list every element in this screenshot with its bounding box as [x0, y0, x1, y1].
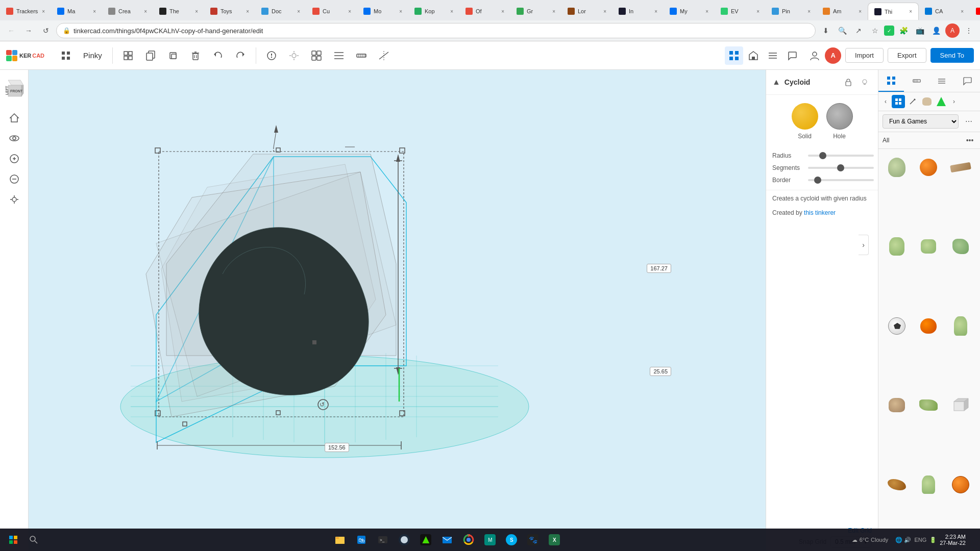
- app-menu-button[interactable]: [57, 46, 75, 65]
- tab-1[interactable]: Trackers ×: [0, 3, 51, 20]
- shapes-ruler-tab[interactable]: [904, 70, 929, 92]
- tab-close-10[interactable]: ×: [501, 9, 504, 14]
- collapse-button[interactable]: ▲: [772, 78, 780, 87]
- address-bar[interactable]: 🔒 tinkercad.com/things/0f4pwCKALhV-copy-…: [56, 23, 816, 38]
- duplicate-button[interactable]: [164, 46, 182, 65]
- taskbar-meet[interactable]: M: [481, 531, 499, 549]
- align-button[interactable]: [330, 46, 348, 65]
- shape-skull[interactable]: [883, 153, 911, 182]
- tab-close-17[interactable]: ×: [859, 9, 862, 14]
- tab-13[interactable]: In ×: [612, 3, 664, 20]
- tab-15[interactable]: EV ×: [715, 3, 766, 20]
- tab-8[interactable]: Mo ×: [357, 3, 408, 20]
- tab-close-13[interactable]: ×: [654, 9, 657, 14]
- taskbar-steam[interactable]: [395, 531, 413, 549]
- fit-view-button[interactable]: [5, 190, 23, 209]
- tab-7[interactable]: Cu ×: [306, 3, 357, 20]
- tab-yt[interactable]: (60) ×: [970, 3, 980, 20]
- shape-pretzel-item[interactable]: [883, 470, 911, 499]
- ruler-button[interactable]: [352, 46, 371, 65]
- canvas-area[interactable]: ↺: [29, 70, 766, 551]
- shape-pumpkin-item[interactable]: [914, 312, 943, 340]
- shape-plank-item[interactable]: [946, 153, 975, 182]
- shape-figurine[interactable]: [946, 312, 975, 340]
- shape-gnome-item[interactable]: [914, 470, 943, 499]
- tab-close-1[interactable]: ×: [42, 9, 45, 14]
- tab-14[interactable]: My ×: [664, 3, 715, 20]
- tab-6[interactable]: Doc ×: [255, 3, 306, 20]
- tab-close-14[interactable]: ×: [705, 9, 708, 14]
- tab-5[interactable]: Toys ×: [204, 3, 255, 20]
- shapes-list-tab[interactable]: [929, 70, 955, 92]
- tab-close-8[interactable]: ×: [399, 9, 402, 14]
- shapes-nav-all[interactable]: [892, 95, 905, 108]
- inspect-button[interactable]: [262, 46, 281, 65]
- shapes-more-button[interactable]: ⋯: [962, 114, 976, 129]
- tab-9[interactable]: Kop ×: [408, 3, 459, 20]
- share-button[interactable]: ↗: [851, 23, 866, 38]
- extension-btn-1[interactable]: ✓: [884, 26, 894, 36]
- shapes-nav-bear[interactable]: [920, 95, 934, 108]
- tab-close-5[interactable]: ×: [246, 9, 249, 14]
- account-button[interactable]: [805, 46, 824, 65]
- tab-17[interactable]: Am ×: [817, 3, 868, 20]
- taskbar-razer[interactable]: [416, 531, 435, 549]
- hole-type-option[interactable]: Hole: [826, 103, 853, 140]
- tinkerer-link[interactable]: this tinkerer: [804, 209, 836, 216]
- light-button[interactable]: [285, 46, 303, 65]
- light-shape-button[interactable]: [857, 75, 872, 89]
- reload-button[interactable]: ↺: [39, 23, 53, 38]
- taskbar-search-button[interactable]: [24, 531, 43, 549]
- shape-gripper-item[interactable]: [946, 232, 975, 261]
- tab-3[interactable]: Crea ×: [102, 3, 153, 20]
- shapes-grid-tab[interactable]: [878, 70, 904, 92]
- forward-button[interactable]: →: [21, 23, 36, 38]
- tab-2[interactable]: Ma ×: [51, 3, 102, 20]
- profile-button[interactable]: A: [945, 23, 960, 38]
- list-view-button[interactable]: [764, 46, 782, 65]
- zoom-out-button[interactable]: [5, 170, 23, 188]
- panel-collapse-arrow[interactable]: ›: [859, 235, 869, 255]
- user-avatar[interactable]: A: [825, 47, 841, 64]
- measure-button[interactable]: [375, 46, 393, 65]
- taskbar-store[interactable]: 🛍: [352, 531, 371, 549]
- tab-cad[interactable]: CA ×: [919, 3, 970, 20]
- taskbar-excel[interactable]: X: [545, 531, 564, 549]
- taskbar-terminal[interactable]: >_: [374, 531, 392, 549]
- shapes-nav-wand[interactable]: [906, 95, 919, 108]
- back-button[interactable]: ←: [4, 23, 18, 38]
- tab-close-15[interactable]: ×: [756, 9, 760, 14]
- lock-shape-button[interactable]: [841, 75, 855, 89]
- shape-bear-item[interactable]: [883, 391, 911, 419]
- tab-close-4[interactable]: ×: [195, 9, 198, 14]
- tab-close-11[interactable]: ×: [552, 9, 555, 14]
- zoom-button[interactable]: 🔍: [835, 23, 849, 38]
- show-desktop-button[interactable]: [969, 532, 976, 548]
- tab-close-2[interactable]: ×: [93, 9, 96, 14]
- shape-soccer-ball[interactable]: [883, 312, 911, 340]
- star-button[interactable]: ☆: [868, 23, 882, 38]
- start-button[interactable]: [4, 531, 22, 549]
- taskbar-chrome[interactable]: [459, 531, 478, 549]
- clock[interactable]: 2:23 AM 27-Mar-22: [940, 534, 966, 546]
- border-slider[interactable]: [808, 179, 874, 181]
- download-button[interactable]: ⬇: [819, 23, 833, 38]
- import-button[interactable]: Import: [845, 48, 884, 63]
- tab-close-7[interactable]: ×: [348, 9, 351, 14]
- view-toggle-button[interactable]: [307, 46, 326, 65]
- extension-btn-4[interactable]: 👤: [929, 23, 943, 38]
- zoom-in-button[interactable]: [5, 149, 23, 168]
- taskbar-dog[interactable]: 🐾: [524, 531, 542, 549]
- shape-open-hand[interactable]: [883, 232, 911, 261]
- taskbar-skype[interactable]: S: [502, 531, 521, 549]
- shape-orange-fruit[interactable]: [914, 153, 943, 182]
- taskbar-mail[interactable]: [438, 531, 456, 549]
- solid-type-option[interactable]: Solid: [792, 103, 818, 140]
- chat-button[interactable]: [783, 46, 801, 65]
- tab-16[interactable]: Pin ×: [766, 3, 817, 20]
- shape-box-item[interactable]: [946, 391, 975, 419]
- tab-close-12[interactable]: ×: [603, 9, 606, 14]
- shapes-nav-green[interactable]: [935, 95, 948, 108]
- export-button[interactable]: Export: [888, 48, 926, 63]
- tab-close-9[interactable]: ×: [450, 9, 453, 14]
